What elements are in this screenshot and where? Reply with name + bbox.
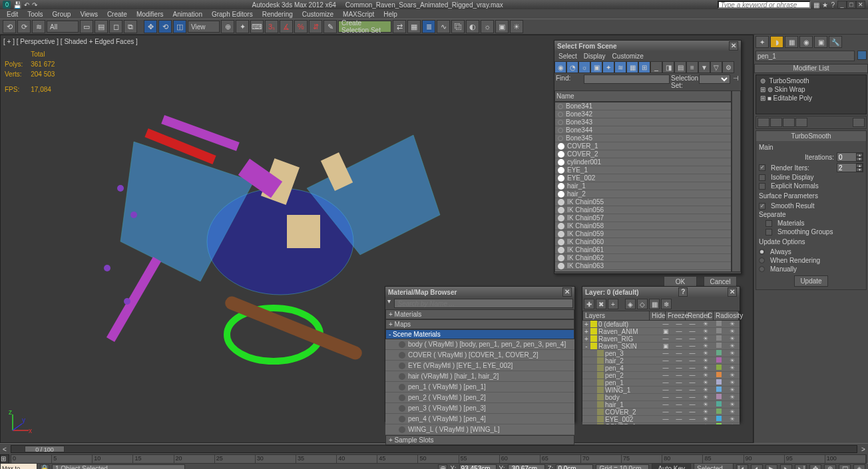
scene-list-item[interactable]: IK Chain062	[555, 254, 731, 262]
material-item[interactable]: pen_2 ( VRayMtl ) [pen_2]	[385, 392, 574, 403]
filter-helper-icon[interactable]: ✦	[602, 61, 614, 73]
viewport-label[interactable]: [ + ] [ Perspective ] [ Shaded + Edged F…	[3, 38, 138, 45]
material-search-input[interactable]	[394, 299, 573, 308]
percent-snap-icon[interactable]: %	[294, 20, 308, 33]
scene-list-item[interactable]: IK Chain056	[555, 206, 731, 214]
bind-icon[interactable]: ≋	[32, 20, 45, 33]
select-hl-icon[interactable]: ◈	[625, 299, 636, 309]
layer-row[interactable]: +Raven_ANIM▣——☀☀	[582, 328, 740, 335]
material-item[interactable]: WING_L ( VRayMtl ) [WING_L]	[385, 424, 574, 435]
update-render-radio[interactable]	[759, 257, 765, 263]
scene-list-item[interactable]: IK Chain059	[555, 230, 731, 238]
scene-list-item[interactable]: COVER_2	[555, 150, 731, 158]
filter-icon[interactable]: ≡	[686, 61, 698, 73]
x-coord-input[interactable]	[459, 464, 497, 470]
trackbar-toggle-icon[interactable]: ⊞	[0, 454, 9, 464]
layer-row[interactable]: pen_4———☀☀	[582, 365, 740, 372]
menu-rendering[interactable]: Rendering	[258, 11, 297, 18]
freeze-icon[interactable]: ❄	[661, 299, 672, 309]
unlink-icon[interactable]: ⟳	[17, 20, 31, 33]
layer-list[interactable]: +0 (default)———☀☀+Raven_ANIM▣——☀☀+Raven_…	[582, 321, 740, 424]
rect-select-icon[interactable]: ◻	[109, 20, 122, 33]
viewport-nav-icon[interactable]: ◈	[853, 464, 865, 470]
scene-list-item[interactable]: IK Chain063	[555, 262, 731, 270]
menu-modifiers[interactable]: Modifiers	[132, 11, 168, 18]
layer-row[interactable]: WING_1———☀☀	[582, 387, 740, 394]
layer-row[interactable]: hair_1———☀☀	[582, 401, 740, 408]
unique-icon[interactable]	[783, 118, 795, 127]
scrollbar[interactable]	[732, 90, 741, 272]
scene-list-item[interactable]: IK Chain060	[555, 238, 731, 246]
filter-light-icon[interactable]: ☼	[578, 61, 590, 73]
collapse-icon[interactable]: ▽	[710, 61, 722, 73]
scene-list-item[interactable]: EYE_002	[555, 174, 731, 182]
pin-icon[interactable]: ⊣	[732, 75, 740, 89]
material-item[interactable]: COVER ( VRayMtl ) [COVER_1, COVER_2]	[385, 350, 574, 361]
help-icon[interactable]: ?	[678, 287, 688, 297]
prev-frame-icon[interactable]: ⏴	[751, 464, 763, 470]
opts-icon[interactable]: ⚙	[722, 61, 734, 73]
material-item[interactable]: body ( VRayMtl ) [body, pen_1, pen_2, pe…	[385, 339, 574, 350]
filter-icon[interactable]: ▤	[674, 61, 686, 73]
layer-row[interactable]: +Raven_RIG———☀☀	[582, 335, 740, 343]
material-item[interactable]: pen_3 ( VRayMtl ) [pen_3]	[385, 403, 574, 414]
scene-list-item[interactable]: Bone341	[555, 102, 731, 110]
scene-list-item[interactable]: IK Chain061	[555, 246, 731, 254]
keyboard-icon[interactable]: ⌨	[250, 20, 264, 33]
layer-row[interactable]: -Raven_SKIN▣——☀☀	[582, 343, 740, 350]
materials-category[interactable]: + Materials	[385, 309, 574, 319]
sfs-menu-item[interactable]: Customize	[612, 53, 644, 60]
material-item[interactable]: pen_4 ( VRayMtl ) [pen_4]	[385, 414, 574, 424]
filter-geom-icon[interactable]: ◉	[554, 61, 566, 73]
column-header-name[interactable]: Name	[554, 90, 732, 102]
filter-bone-icon[interactable]: ⎯	[650, 61, 662, 73]
menu-views[interactable]: Views	[76, 11, 102, 18]
time-slider[interactable]: 0 / 100	[11, 445, 857, 453]
render-iters-checkbox[interactable]: ✓	[759, 164, 765, 171]
object-name-input[interactable]	[756, 51, 855, 61]
menu-help[interactable]: Help	[379, 11, 401, 18]
layer-row[interactable]: hair_2———☀☀	[582, 357, 740, 365]
filter-xref-icon[interactable]: ⊞	[638, 61, 650, 73]
scene-object-list[interactable]: Bone341Bone342Bone343Bone344Bone345COVER…	[554, 102, 732, 272]
mat-ed-icon[interactable]: ◐	[466, 20, 479, 33]
quick-access-redo[interactable]: ↷	[32, 1, 37, 9]
new-layer-icon[interactable]: ✚	[584, 299, 594, 309]
update-button[interactable]: Update	[794, 275, 827, 287]
display-tab-icon[interactable]: ▣	[814, 36, 827, 48]
configure-icon[interactable]	[853, 118, 865, 127]
move-icon[interactable]: ✥	[144, 20, 157, 33]
delete-layer-icon[interactable]: ✖	[596, 299, 606, 309]
spinner-snap-icon[interactable]: ⇵	[309, 20, 322, 33]
viewport-nav-icon[interactable]: ✥	[809, 464, 821, 470]
angle-snap-icon[interactable]: ∡	[280, 20, 293, 33]
link-icon[interactable]: ⟲	[3, 20, 16, 33]
update-always-radio[interactable]	[759, 249, 765, 255]
editpoly-icon[interactable]: ✎	[324, 20, 337, 33]
close-icon[interactable]: ✕	[728, 287, 737, 297]
scene-list-item[interactable]: Bone344	[555, 126, 731, 134]
filter-shape-icon[interactable]: ◔	[566, 61, 578, 73]
utilities-tab-icon[interactable]: 🔧	[829, 36, 842, 48]
sfs-menu-item[interactable]: Display	[584, 53, 606, 60]
render-icon[interactable]: ☀	[510, 20, 523, 33]
material-item[interactable]: pen_1 ( VRayMtl ) [pen_1]	[385, 382, 574, 392]
scene-list-item[interactable]: Bone342	[555, 110, 731, 118]
scene-list-item[interactable]: COVER_1	[555, 142, 731, 150]
help-search-input[interactable]	[718, 1, 811, 9]
explicit-normals-checkbox[interactable]	[759, 183, 765, 190]
abs-rel-icon[interactable]: ⊕	[438, 464, 447, 470]
find-input[interactable]	[584, 75, 670, 84]
goto-start-icon[interactable]: |⏴	[736, 464, 748, 470]
select-name-icon[interactable]: ▤	[95, 20, 108, 33]
scene-list-item[interactable]: IK Chain055	[555, 198, 731, 206]
add-to-layer-icon[interactable]: +	[608, 299, 618, 309]
scene-materials-category[interactable]: - Scene Materials	[385, 329, 574, 339]
named-selset-dropdown[interactable]: Create Selection Set	[338, 21, 391, 33]
time-ruler[interactable]: 0510152025303540455055606570758085909510…	[11, 454, 867, 464]
maxscript-mini-listener[interactable]: Max to Physc.	[0, 463, 37, 469]
menu-create[interactable]: Create	[103, 11, 131, 18]
object-color-swatch[interactable]	[857, 51, 867, 60]
hide-unhide-icon[interactable]: ▦	[649, 299, 660, 309]
menu-group[interactable]: Group	[49, 11, 75, 18]
